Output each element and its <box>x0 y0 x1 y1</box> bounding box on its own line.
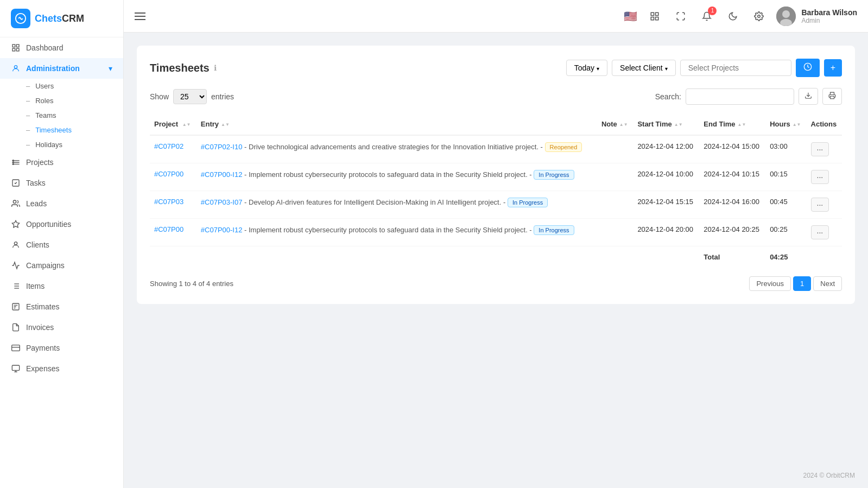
flag-icon[interactable]: 🇺🇸 <box>624 10 637 23</box>
clients-icon <box>11 240 21 250</box>
estimates-icon <box>11 302 21 312</box>
previous-button[interactable]: Previous <box>749 276 791 291</box>
footer: 2024 © OrbitCRM <box>124 463 868 488</box>
page-1-button[interactable]: 1 <box>793 276 811 291</box>
sidebar-item-dashboard[interactable]: Dashboard <box>0 37 123 58</box>
actions-button-3[interactable]: ··· <box>811 225 829 239</box>
cell-note-2 <box>597 191 633 219</box>
sort-entry-icon: ▲▼ <box>221 122 230 127</box>
grid-view-btn[interactable] <box>646 8 663 25</box>
col-project[interactable]: Project ▲▼ <box>150 113 197 135</box>
settings-btn[interactable] <box>750 8 768 25</box>
col-end-time[interactable]: End Time▲▼ <box>699 113 765 135</box>
cell-end-3: 2024-12-04 20:25 <box>699 219 765 246</box>
select-client-chevron-icon <box>665 64 668 72</box>
sidebar-item-invoices[interactable]: Invoices <box>0 317 123 338</box>
actions-button-0[interactable]: ··· <box>811 142 829 156</box>
sidebar-item-campaigns-label: Campaigns <box>26 261 65 270</box>
today-button[interactable]: Today <box>566 60 607 76</box>
total-hours: 04:25 <box>765 246 806 268</box>
svg-point-12 <box>14 242 17 245</box>
payments-icon <box>11 343 21 353</box>
select-client-button[interactable]: Select Client <box>612 60 676 76</box>
select-projects-input[interactable] <box>680 60 791 76</box>
sidebar-item-tasks[interactable]: Tasks <box>0 173 123 193</box>
svg-rect-22 <box>12 365 19 370</box>
fullscreen-btn[interactable] <box>672 8 689 25</box>
cell-actions-3: ··· <box>807 219 842 246</box>
sort-start-icon: ▲▼ <box>674 122 683 127</box>
info-icon[interactable]: ℹ <box>214 64 217 72</box>
sidebar-item-estimates[interactable]: Estimates <box>0 296 123 317</box>
tasks-icon <box>11 178 21 188</box>
entries-select[interactable]: 25 10 50 100 <box>173 89 207 104</box>
sidebar-item-estimates-label: Estimates <box>26 302 59 311</box>
notification-btn[interactable]: 1 <box>698 8 715 25</box>
sidebar-item-expenses[interactable]: Expenses <box>0 358 123 379</box>
invoices-icon <box>11 322 21 332</box>
sidebar-item-campaigns[interactable]: Campaigns <box>0 255 123 276</box>
col-hours[interactable]: Hours▲▼ <box>765 113 806 135</box>
dark-mode-btn[interactable] <box>724 8 742 25</box>
col-start-time[interactable]: Start Time▲▼ <box>633 113 699 135</box>
svg-point-8 <box>12 163 14 164</box>
showing-text: Showing 1 to 4 of 4 entries <box>150 280 233 288</box>
search-input[interactable] <box>686 88 794 105</box>
sidebar-item-roles[interactable]: Roles <box>0 93 123 108</box>
cell-end-1: 2024-12-04 10:15 <box>699 163 765 191</box>
administration-icon <box>11 64 21 73</box>
sidebar-item-leads[interactable]: Leads <box>0 193 123 214</box>
sort-project-icon: ▲▼ <box>182 122 191 127</box>
entry-link-1[interactable]: #C07P00-I12 <box>201 170 243 179</box>
cell-start-0: 2024-12-04 12:00 <box>633 135 699 163</box>
entry-description-0: - Drive technological advancements and c… <box>244 143 543 151</box>
sidebar-item-items-label: Items <box>26 282 45 290</box>
sidebar-item-payments[interactable]: Payments <box>0 338 123 358</box>
svg-rect-2 <box>16 45 19 47</box>
sidebar-item-projects[interactable]: Projects <box>0 152 123 173</box>
actions-button-2[interactable]: ··· <box>811 198 829 212</box>
entry-description-2: - Develop AI-driven features for Intelli… <box>244 198 505 206</box>
sidebar-item-teams[interactable]: Teams <box>0 108 123 123</box>
page-card: Timesheets ℹ Today Select Client <box>137 46 855 304</box>
actions-button-1[interactable]: ··· <box>811 170 829 184</box>
svg-point-29 <box>782 10 790 18</box>
notification-badge: 1 <box>708 7 717 15</box>
sidebar-item-holidays[interactable]: Holidays <box>0 137 123 152</box>
user-profile[interactable]: Barbara Wilson Admin <box>776 7 857 26</box>
project-link-3[interactable]: #C07P00 <box>154 225 183 233</box>
table-header: Project ▲▼ Entry▲▼ Note▲▼ Start Time▲▼ E… <box>150 113 842 135</box>
entry-link-0[interactable]: #C07P02-I10 <box>201 143 243 151</box>
page-title-row: Timesheets ℹ <box>150 62 217 74</box>
administration-chevron-icon: ▾ <box>109 64 112 73</box>
hamburger-menu[interactable] <box>135 12 145 20</box>
cell-project-0: #C07P02 <box>150 135 197 163</box>
col-entry[interactable]: Entry▲▼ <box>197 113 597 135</box>
add-button[interactable]: + <box>824 59 842 77</box>
user-name: Barbara Wilson <box>801 8 857 17</box>
sidebar-item-users[interactable]: Users <box>0 79 123 93</box>
sidebar-item-items[interactable]: Items <box>0 276 123 296</box>
next-button[interactable]: Next <box>813 276 842 291</box>
sidebar-item-administration[interactable]: Administration ▾ <box>0 58 123 79</box>
entry-link-3[interactable]: #C07P00-I12 <box>201 226 243 234</box>
cell-end-2: 2024-12-04 16:00 <box>699 191 765 219</box>
content-area: Timesheets ℹ Today Select Client <box>124 33 868 463</box>
export-print-button[interactable] <box>822 88 842 105</box>
project-link-0[interactable]: #C07P02 <box>154 142 183 150</box>
entry-badge-2: In Progress <box>508 198 548 207</box>
sidebar-item-opportunities[interactable]: Opportunities <box>0 214 123 235</box>
sidebar-item-timesheets[interactable]: Timesheets <box>0 123 123 137</box>
project-link-2[interactable]: #C07P03 <box>154 198 183 206</box>
project-link-1[interactable]: #C07P00 <box>154 170 183 178</box>
cell-hours-0: 03:00 <box>765 135 806 163</box>
entry-link-2[interactable]: #C07P03-I07 <box>201 198 243 206</box>
col-actions: Actions <box>807 113 842 135</box>
clock-button[interactable] <box>796 59 820 77</box>
col-note[interactable]: Note▲▼ <box>597 113 633 135</box>
cell-note-3 <box>597 219 633 246</box>
sidebar-item-clients[interactable]: Clients <box>0 235 123 255</box>
export-csv-button[interactable] <box>799 88 818 105</box>
cell-entry-3: #C07P00-I12 - Implement robust cybersecu… <box>197 219 597 246</box>
topbar: 🇺🇸 1 Barbara Wilson <box>124 0 868 33</box>
